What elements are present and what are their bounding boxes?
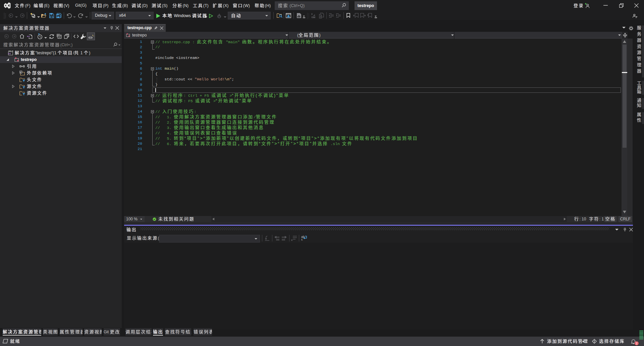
svg-text:c: c [301, 238, 303, 241]
